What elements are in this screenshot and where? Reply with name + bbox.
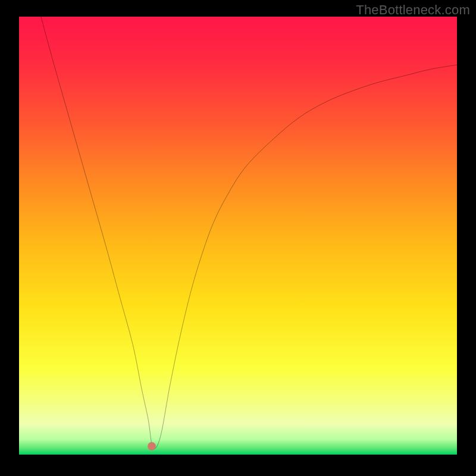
plot-area (19, 17, 457, 457)
curve-layer (19, 17, 457, 455)
minimum-marker (148, 442, 156, 450)
chart-frame: TheBottleneck.com (0, 0, 476, 476)
bottleneck-curve (41, 17, 457, 449)
watermark-text: TheBottleneck.com (356, 2, 470, 18)
